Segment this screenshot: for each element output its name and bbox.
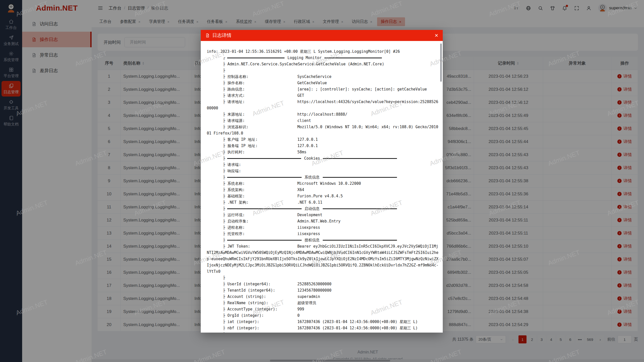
- log-field-value: 252885263000000: [297, 281, 438, 287]
- log-line: ├ 操作名称:GetCacheValue: [207, 80, 438, 86]
- log-line: ├ 运行环境:Development: [207, 212, 438, 218]
- log-line: ├ 控制器名称:SysCacheService: [207, 74, 438, 80]
- log-line: ├ 请求端源:client: [207, 118, 438, 124]
- divider-corner: ├: [223, 155, 225, 162]
- log-line: ├ exp (integer):1673412236 (2023-01-11 1…: [207, 331, 438, 333]
- log-field-value: 127.0.0.1: [297, 143, 438, 149]
- log-field-label: ├ 基础框架:: [223, 193, 297, 199]
- log-line: ├ TenantId (integer64):123456780000000: [207, 287, 438, 294]
- log-field-value: Furion.Pure v4.8.4.5: [297, 193, 438, 199]
- log-field-label: ├ 启动程序集:: [223, 218, 297, 224]
- log-line: ├ JWT Token:Bearer eyJhbGciOiJIUzI1NiIsI…: [207, 243, 438, 250]
- divider-corner: ├: [223, 237, 225, 243]
- log-field-value: 0: [297, 312, 438, 319]
- log-section-divider: ┌Logging Monitor: [207, 55, 438, 61]
- log-line: ├ OrgId (integer):0: [207, 312, 438, 319]
- divider-bar: [323, 177, 397, 178]
- log-line: ├ 请求地址:https://localhost:44326/sysCache/…: [207, 99, 438, 105]
- log-field-value: 超级管理员: [297, 300, 438, 306]
- divider-bar: [323, 208, 397, 209]
- dialog-scrollbar-thumb[interactable]: [440, 43, 442, 82]
- log-field-label: ├ 系统名称:: [223, 180, 297, 187]
- log-line: ├ 执行耗时:58ms: [207, 149, 438, 155]
- log-line: ├ 系统架构:X64: [207, 187, 438, 193]
- log-field-label: ├ 运行环境:: [223, 212, 297, 218]
- log-field-value: 999: [297, 306, 438, 312]
- divider-bar: [227, 158, 301, 159]
- log-line: ├ Admin.NET.Core.Service.SysCacheService…: [207, 61, 438, 67]
- divider-bar: [323, 240, 397, 241]
- log-divider-row: ├启动信息: [223, 206, 400, 212]
- log-field-value: SysCacheService: [297, 74, 438, 80]
- log-line: lYtTx0: [207, 268, 438, 275]
- log-divider-row: ┌Logging Monitor: [223, 55, 385, 61]
- log-line: ├ 请求方式:GET: [207, 93, 438, 99]
- divider-corner: ┌: [223, 55, 225, 61]
- log-field-value: Development: [297, 212, 438, 218]
- log-section-divider: ├系统信息: [207, 174, 438, 180]
- log-field-value: iisexpress: [297, 224, 438, 231]
- log-section-title: 系统信息: [305, 174, 320, 180]
- log-field-label: ├ 请求端:: [223, 162, 297, 168]
- log-section-title: Cookies: [304, 155, 320, 162]
- log-detail-content: info: 2023-01-04 12:55:36.1516291 +08:00…: [201, 41, 443, 333]
- log-field-label: ├ 客户端 IP 地址:: [223, 137, 297, 143]
- log-line: ├ 托管程序:iisexpress: [207, 231, 438, 237]
- log-line: ├ UserId (integer64):252885263000000: [207, 281, 438, 287]
- log-section-divider: ├授权信息: [207, 237, 438, 243]
- log-line: ├ nbf (integer):1672807436 (2023-01-04 1…: [207, 325, 438, 331]
- log-field-value: [area]: ; [controller]: sysCache; [actio…: [297, 86, 438, 93]
- log-line: ├ 请求端:: [207, 162, 438, 168]
- log-line: ├ 来源地址:http://localhost:8888/: [207, 111, 438, 118]
- log-line: 00000: [207, 105, 438, 111]
- log-section-divider: ├启动信息: [207, 206, 438, 212]
- log-field-value: https://localhost:44326/sysCache/value?k…: [297, 99, 438, 105]
- log-field-value: 1673412236 (2023-01-11 12:43:56:0000(+08…: [297, 331, 438, 333]
- log-field-label: ├ 响应端:: [223, 168, 297, 174]
- log-field-label: ├ 系统架构:: [223, 187, 297, 193]
- log-field-label: ├ 操作名称:: [223, 80, 297, 86]
- log-field-label: ├ AccountType (integer):: [223, 306, 297, 312]
- log-field-label: ├ 浏览器标识:: [223, 124, 297, 130]
- log-field-label: ├ 服务端 IP 地址:: [223, 143, 297, 149]
- close-icon[interactable]: ×: [435, 32, 438, 38]
- log-field-label: ├ nbf (integer):: [223, 325, 297, 331]
- log-line: IjoxNjczNDEyMjM2LCJpc3MiOiJBZG1pbi5ORVQi…: [207, 262, 438, 268]
- log-field-value: Microsoft Windows 10.0.22000: [297, 180, 438, 187]
- log-line: ├ 响应端:: [207, 168, 438, 174]
- log-field-value: 123456780000000: [297, 287, 438, 294]
- log-line: ├ 基础框架:Furion.Pure v4.8.4.5: [207, 193, 438, 199]
- log-field-label: ├ 执行耗时:: [223, 149, 297, 155]
- log-line: ├ 客户端 IP 地址:127.0.0.1: [207, 137, 438, 143]
- log-field-label: ├ 路由信息:: [223, 86, 297, 93]
- log-field-label: ├ .NET 架构:: [223, 199, 297, 206]
- log-divider-row: ├系统信息: [223, 174, 400, 180]
- log-line: ├ 系统名称:Microsoft Windows 10.0.22000: [207, 180, 438, 187]
- divider-bar: [227, 208, 301, 209]
- dialog-header: 日志详情 ×: [201, 30, 443, 41]
- document-icon: [205, 33, 210, 38]
- divider-bar: [325, 58, 382, 58]
- log-line: ├: [207, 275, 438, 281]
- log-section-title: Logging Monitor: [288, 55, 321, 61]
- log-field-label: ├ 请求端源:: [223, 118, 297, 124]
- log-line: ├ 启动程序集:Admin.NET.Web.Entry: [207, 218, 438, 224]
- log-field-value: [297, 168, 438, 174]
- log-line: ├ iat (integer):1672807436 (2023-01-04 1…: [207, 319, 438, 325]
- log-divider-row: ├授权信息: [223, 237, 400, 243]
- log-field-label: ├ 请求方式:: [223, 93, 297, 99]
- log-line: NTI2MzAwMDAwMCwiVGVuYW50SWQiOjEyMzQ1Njc4…: [207, 250, 438, 256]
- log-line: ├ .NET 架构:.NET 6.0.11: [207, 199, 438, 206]
- log-field-label: ├ 来源地址:: [223, 111, 297, 118]
- log-field-label: ├ OrgId (integer):: [223, 312, 297, 319]
- log-divider-row: ├Cookies: [223, 155, 400, 162]
- log-line: ├ RealName (string):超级管理员: [207, 300, 438, 306]
- log-detail-dialog: 日志详情 × info: 2023-01-04 12:55:36.1516291…: [201, 30, 443, 333]
- log-field-value: GetCacheValue: [297, 80, 438, 86]
- divider-bar: [323, 158, 397, 159]
- log-field-label: ├ Account (string):: [223, 294, 297, 300]
- log-field-label: ├ 托管程序:: [223, 231, 297, 237]
- log-field-value: http://localhost:8888/: [297, 111, 438, 118]
- log-line: p-euoeeQhuWRmCIsIkFjY291bnRUeXBlIjo5OTks…: [207, 256, 438, 262]
- divider-corner: ├: [223, 206, 225, 212]
